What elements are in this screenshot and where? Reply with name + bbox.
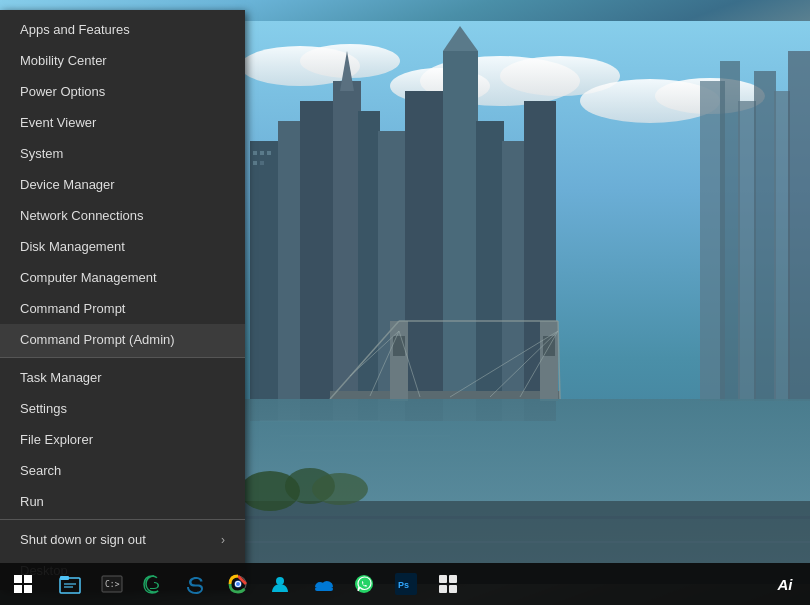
- menu-item-command-prompt[interactable]: Command Prompt: [0, 293, 245, 324]
- svg-point-57: [312, 473, 368, 505]
- svg-rect-60: [14, 585, 22, 593]
- svg-rect-73: [315, 587, 333, 591]
- svg-rect-22: [443, 51, 478, 421]
- menu-item-label: Event Viewer: [20, 115, 96, 130]
- menu-item-shut-down[interactable]: Shut down or sign out›: [0, 524, 245, 555]
- menu-item-system[interactable]: System: [0, 138, 245, 169]
- svg-rect-15: [278, 121, 303, 421]
- menu-item-computer-management[interactable]: Computer Management: [0, 262, 245, 293]
- svg-rect-19: [358, 111, 380, 421]
- svg-rect-32: [330, 391, 560, 399]
- svg-rect-78: [449, 575, 457, 583]
- svg-rect-9: [720, 61, 740, 401]
- menu-item-command-prompt-admin[interactable]: Command Prompt (Admin): [0, 324, 245, 358]
- submenu-arrow-icon: ›: [221, 533, 225, 547]
- context-menu: Apps and FeaturesMobility CenterPower Op…: [0, 10, 245, 590]
- svg-rect-10: [738, 101, 756, 401]
- svg-rect-13: [788, 51, 810, 401]
- menu-item-label: File Explorer: [20, 432, 93, 447]
- svg-rect-77: [439, 575, 447, 583]
- desktop: Apps and FeaturesMobility CenterPower Op…: [0, 0, 810, 605]
- menu-item-mobility-center[interactable]: Mobility Center: [0, 45, 245, 76]
- menu-item-label: Power Options: [20, 84, 105, 99]
- svg-text:Ps: Ps: [398, 580, 409, 590]
- taskbar-icon-people[interactable]: [260, 563, 300, 605]
- svg-rect-63: [60, 576, 69, 580]
- svg-rect-14: [250, 141, 280, 421]
- menu-item-label: Run: [20, 494, 44, 509]
- svg-rect-16: [300, 101, 335, 421]
- menu-item-disk-management[interactable]: Disk Management: [0, 231, 245, 262]
- svg-rect-24: [476, 121, 504, 421]
- svg-rect-35: [393, 336, 405, 356]
- menu-item-network-connections[interactable]: Network Connections: [0, 200, 245, 231]
- menu-item-label: Command Prompt: [20, 301, 125, 316]
- menu-item-run[interactable]: Run: [0, 486, 245, 520]
- menu-item-settings[interactable]: Settings: [0, 393, 245, 424]
- svg-rect-30: [253, 161, 257, 165]
- ai-badge[interactable]: Ai: [760, 563, 810, 605]
- menu-item-label: Device Manager: [20, 177, 115, 192]
- taskbar-pinned-apps: C:>Ps: [46, 563, 810, 605]
- taskbar-icon-app10[interactable]: [428, 563, 468, 605]
- taskbar-icon-terminal[interactable]: C:>: [92, 563, 132, 605]
- menu-item-label: Network Connections: [20, 208, 144, 223]
- menu-item-apps-features[interactable]: Apps and Features: [0, 14, 245, 45]
- svg-rect-31: [260, 161, 264, 165]
- menu-item-power-options[interactable]: Power Options: [0, 76, 245, 107]
- svg-rect-29: [267, 151, 271, 155]
- taskbar: C:>Ps Ai: [0, 563, 810, 605]
- svg-rect-59: [24, 575, 32, 583]
- menu-item-search[interactable]: Search: [0, 455, 245, 486]
- taskbar-icon-onedrive[interactable]: [302, 563, 342, 605]
- svg-rect-25: [502, 141, 527, 421]
- taskbar-icon-file-manager[interactable]: [50, 563, 90, 605]
- menu-item-label: System: [20, 146, 63, 161]
- menu-item-label: Mobility Center: [20, 53, 107, 68]
- taskbar-icon-photoshop[interactable]: Ps: [386, 563, 426, 605]
- menu-item-label: Computer Management: [20, 270, 157, 285]
- svg-point-72: [276, 577, 284, 585]
- menu-item-label: Apps and Features: [20, 22, 130, 37]
- svg-rect-80: [449, 585, 457, 593]
- svg-rect-61: [24, 585, 32, 593]
- menu-item-file-explorer[interactable]: File Explorer: [0, 424, 245, 455]
- svg-rect-28: [260, 151, 264, 155]
- menu-item-task-manager[interactable]: Task Manager: [0, 362, 245, 393]
- taskbar-icon-edge[interactable]: [134, 563, 174, 605]
- menu-item-label: Settings: [20, 401, 67, 416]
- menu-item-label: Disk Management: [20, 239, 125, 254]
- taskbar-icon-chrome[interactable]: [218, 563, 258, 605]
- menu-item-label: Task Manager: [20, 370, 102, 385]
- svg-rect-58: [14, 575, 22, 583]
- svg-rect-33: [390, 321, 408, 401]
- svg-text:C:>: C:>: [105, 580, 120, 589]
- svg-point-71: [236, 582, 240, 586]
- svg-rect-11: [754, 71, 776, 401]
- menu-item-device-manager[interactable]: Device Manager: [0, 169, 245, 200]
- svg-rect-27: [253, 151, 257, 155]
- svg-rect-79: [439, 585, 447, 593]
- start-button[interactable]: [0, 563, 46, 605]
- menu-item-label: Search: [20, 463, 61, 478]
- svg-rect-62: [60, 578, 80, 593]
- taskbar-icon-edge-legacy[interactable]: [176, 563, 216, 605]
- menu-item-label: Command Prompt (Admin): [20, 332, 175, 347]
- svg-rect-21: [405, 91, 445, 421]
- svg-rect-12: [774, 91, 790, 401]
- menu-item-event-viewer[interactable]: Event Viewer: [0, 107, 245, 138]
- taskbar-icon-whatsapp[interactable]: [344, 563, 384, 605]
- menu-item-label: Shut down or sign out: [20, 532, 146, 547]
